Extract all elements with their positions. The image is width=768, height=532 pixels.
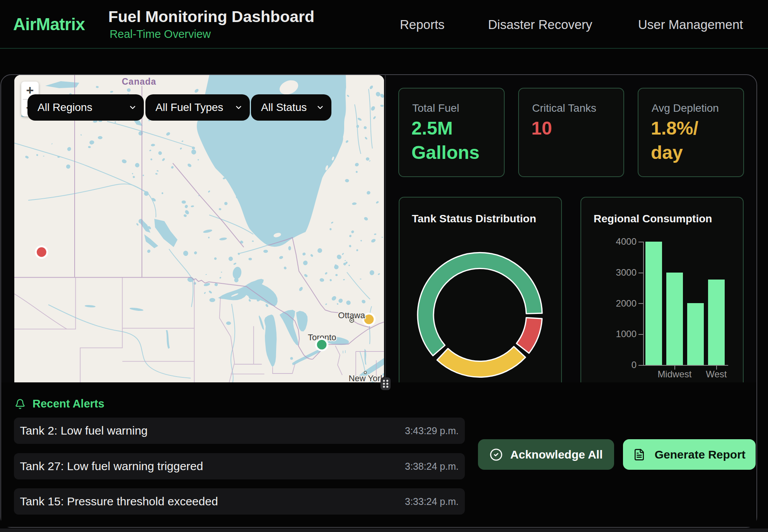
svg-text:Canada: Canada — [122, 77, 156, 87]
svg-text:New York: New York — [349, 373, 384, 383]
